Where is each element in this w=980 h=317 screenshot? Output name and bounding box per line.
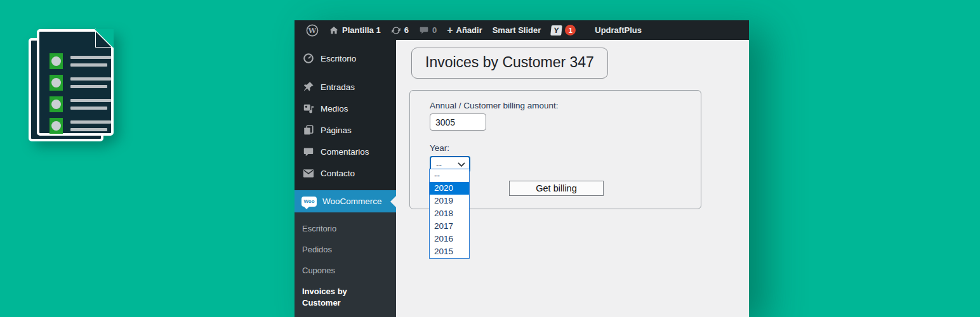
updates-icon — [391, 25, 401, 36]
year-option[interactable]: 2016 — [430, 233, 469, 245]
checklist-row — [50, 118, 111, 134]
plus-icon: + — [447, 25, 453, 36]
checkbox-icon — [50, 96, 63, 112]
submenu-item-escritorio[interactable]: Escritorio — [295, 219, 396, 240]
year-selected-value: -- — [436, 160, 442, 169]
comments-link[interactable]: 0 — [414, 20, 442, 40]
sidebar-item-comentarios[interactable]: Comentarios — [295, 141, 396, 162]
new-label: Añadir — [456, 25, 482, 35]
submenu-item-invoices-by-customer[interactable]: Invoices by Customer — [295, 281, 396, 314]
checklist-row — [50, 53, 111, 69]
year-option[interactable]: 2018 — [430, 207, 469, 220]
invoice-checklist-illustration — [29, 29, 117, 143]
dashboard-icon — [303, 53, 314, 64]
chevron-down-icon — [458, 162, 465, 167]
front-sheet — [37, 29, 114, 136]
home-icon — [329, 25, 339, 35]
wordpress-logo-icon[interactable]: W — [301, 20, 324, 40]
admin-content-area: Invoices by Customer 347 Annual / Custom… — [396, 40, 749, 317]
envelope-icon — [303, 169, 314, 178]
year-label: Year: — [430, 143, 701, 153]
checklist-row — [50, 75, 111, 91]
smart-slider-link[interactable]: Smart Slider — [487, 20, 546, 40]
amount-input[interactable] — [430, 113, 486, 131]
checkbox-icon — [50, 75, 63, 91]
page-title: Invoices by Customer 347 — [411, 48, 608, 79]
yoast-seo-link[interactable]: Y 1 — [546, 20, 581, 40]
submenu-item-pedidos[interactable]: Pedidos — [295, 240, 396, 261]
site-name: Plantilla 1 — [342, 25, 381, 35]
year-option[interactable]: 2017 — [430, 220, 469, 233]
amount-label: Annual / Customer billing amount: — [430, 101, 701, 110]
submenu-item-recently-viewed[interactable]: Recently and Most viewed products — [295, 314, 383, 317]
year-option[interactable]: 2019 — [430, 195, 469, 207]
woocommerce-submenu: Escritorio Pedidos Cupones Invoices by C… — [295, 212, 396, 317]
woocommerce-icon: Woo — [301, 197, 317, 207]
sidebar-item-woocommerce[interactable]: Woo WooCommerce — [295, 190, 396, 212]
admin-top-bar: W Plantilla 1 6 0 + — [295, 20, 749, 40]
site-link[interactable]: Plantilla 1 — [324, 20, 386, 40]
comment-bubble-icon — [419, 25, 429, 35]
sidebar-item-paginas[interactable]: Páginas — [295, 119, 396, 141]
pin-icon — [303, 81, 314, 93]
sidebar-item-entradas[interactable]: Entradas — [295, 76, 396, 98]
new-content-link[interactable]: + Añadir — [442, 20, 487, 40]
checkbox-icon — [50, 53, 63, 69]
year-dropdown-list: -- 2020 2019 2018 2017 2016 2015 — [429, 169, 470, 259]
updates-link[interactable]: 6 — [386, 20, 414, 40]
year-option[interactable]: -- — [430, 169, 469, 182]
comments-count: 0 — [432, 25, 437, 35]
sidebar-item-medios[interactable]: Medios — [295, 98, 396, 119]
pages-icon — [303, 124, 314, 136]
comments-icon — [303, 146, 314, 157]
get-billing-button[interactable]: Get billing — [509, 181, 604, 196]
updates-count: 6 — [404, 25, 409, 35]
updraftplus-link[interactable]: UpdraftPlus — [590, 20, 647, 40]
year-option[interactable]: 2015 — [430, 245, 469, 258]
submenu-item-cupones[interactable]: Cupones — [295, 261, 396, 281]
media-icon — [303, 103, 314, 114]
checklist-row — [50, 96, 111, 112]
checkbox-icon — [50, 118, 63, 134]
desktop-background: W Plantilla 1 6 0 + — [0, 0, 980, 317]
sidebar-item-contacto[interactable]: Contacto — [295, 162, 396, 184]
notification-badge: 1 — [565, 25, 576, 36]
wordpress-admin-window: W Plantilla 1 6 0 + — [295, 20, 749, 317]
admin-sidebar: Escritorio Entradas Medios — [295, 40, 396, 317]
yoast-icon: Y — [550, 25, 562, 36]
year-option-highlighted[interactable]: 2020 — [430, 182, 469, 195]
svg-text:W: W — [308, 27, 317, 35]
sidebar-item-escritorio[interactable]: Escritorio — [295, 48, 396, 69]
